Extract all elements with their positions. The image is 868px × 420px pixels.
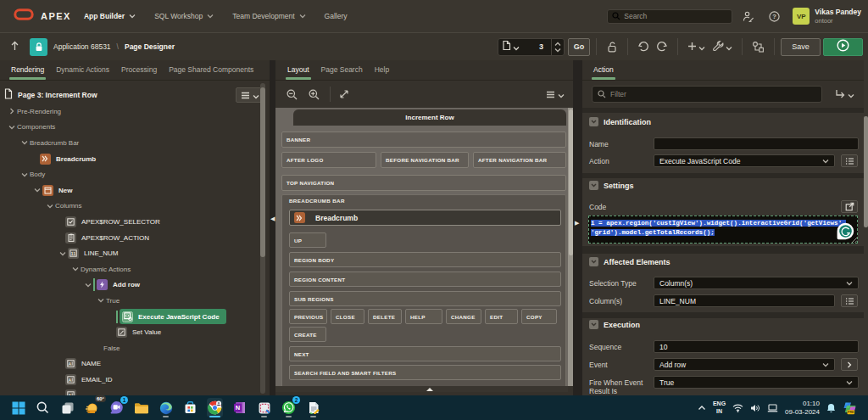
chevron-down-icon[interactable] [31,188,42,193]
slot-close[interactable]: CLOSE [331,309,364,324]
right-scrollbar-track[interactable] [864,60,868,395]
chevron-down-icon[interactable] [82,283,93,288]
chevron-down-icon[interactable] [19,172,30,177]
tree-node-name[interactable]: ANAME [0,356,259,372]
tray-chevron-up-icon[interactable] [698,405,706,411]
slot-after-logo[interactable]: AFTER LOGO [281,152,376,168]
right-scrollbar-thumb[interactable] [864,116,868,227]
taskbar-chat-icon[interactable]: 1 [108,398,125,417]
tree-node-add-row[interactable]: Add row [0,277,259,294]
chevron-down-icon[interactable] [70,266,81,272]
application-lock-icon[interactable] [30,38,47,56]
tab-page-shared-components[interactable]: Page Shared Components [169,65,253,80]
pen-icon[interactable] [767,404,778,412]
columns-aux-button[interactable] [841,294,858,307]
tab-help[interactable]: Help [375,65,389,80]
nav-item-gallery[interactable]: Gallery [325,12,348,20]
breadcrumb-bar-region[interactable]: BREADCRUMB BAR Breadcrumb UP REGION BODY… [281,194,566,386]
taskbar-whatsapp-icon[interactable]: 2 [281,398,297,417]
chevron-down-icon[interactable] [57,251,68,256]
property-filter[interactable] [592,86,822,103]
selection_type-select[interactable]: Column(s) [654,277,859,289]
taskbar-chrome-icon[interactable] [207,398,223,417]
collapse-section-icon[interactable] [589,257,598,266]
language-indicator[interactable]: ENGIN [713,400,726,415]
tab-layout[interactable]: Layout [287,65,309,80]
collapse-right-icon[interactable]: ▶ [575,220,579,227]
slot-up[interactable]: UP [289,232,326,248]
action-select[interactable]: Execute JavaScript Code [654,154,835,167]
columns-input[interactable]: LINE_NUM [654,294,835,307]
tree-node-dynamic-actions[interactable]: Dynamic Actions [0,261,259,277]
section-header-identification[interactable]: Identification [589,117,651,126]
right-splitter[interactable]: ▶ [573,60,582,395]
tree-node-execute-javascript-code[interactable]: Execute JavaScript Code [0,309,259,325]
volume-icon[interactable] [750,404,760,412]
slot-next[interactable]: NEXT [289,346,561,361]
page-number-input[interactable]: 3 [539,42,548,51]
slot-region-content[interactable]: REGION CONTENT [289,272,561,287]
copilot-icon[interactable]: PRE [843,401,857,415]
redo-icon[interactable] [653,42,671,53]
code-editor[interactable]: i = apex.region('custIgView').widget().i… [588,216,858,244]
go-to-group-button[interactable] [835,87,854,102]
tab-dynamic-actions[interactable]: Dynamic Actions [56,65,109,80]
chevron-down-icon[interactable] [44,204,55,209]
avatar[interactable]: VP [793,8,810,25]
tree-node-new[interactable]: New [0,182,259,199]
undo-icon[interactable] [634,42,653,53]
nav-item-app-builder[interactable]: App Builder [84,12,136,20]
tree-node-apex$row_selector[interactable]: APEX$ROW_SELECTOR [0,214,259,230]
action-aux-button[interactable] [841,154,858,167]
chevron-down-icon[interactable] [6,125,17,130]
taskbar-snip-icon[interactable] [256,398,272,417]
code-open-dialog-button[interactable] [841,200,858,213]
tree-node-breadcrumb-bar[interactable]: Breadcrumb Bar [0,135,259,151]
tab-action[interactable]: Action [593,65,614,80]
shared-components-icon[interactable] [748,41,768,53]
tree-node-false[interactable]: False [0,340,259,356]
page-selector[interactable]: 3 [498,38,565,56]
up-arrow-icon[interactable] [10,39,19,54]
slot-create[interactable]: CREATE [289,327,326,342]
tree-node-line_num[interactable]: 11LINE_NUM [0,245,259,261]
taskbar-start-icon[interactable] [10,398,26,417]
tree-node-breadcrumb[interactable]: Breadcrumb [0,151,259,167]
search-input[interactable] [624,12,717,20]
utilities-menu-button[interactable] [709,39,736,54]
tree-node-columns[interactable]: Columns [0,199,259,215]
unlock-icon[interactable] [603,42,621,53]
slot-sub-regions[interactable]: SUB REGIONS [289,291,561,306]
taskbar-weather-icon[interactable]: 60° [84,398,100,417]
resize-handle-icon[interactable] [851,237,858,244]
expand-icon[interactable] [339,89,349,99]
slot-top-navigation[interactable]: TOP NAVIGATION [281,175,566,191]
zoom-in-icon[interactable] [309,89,320,100]
taskbar-taskview-icon[interactable] [59,398,75,417]
tab-rendering[interactable]: Rendering [11,65,44,80]
taskbar-search-icon[interactable] [35,398,51,417]
nav-item-team-development[interactable]: Team Development [232,12,305,20]
page-number-stepper[interactable] [551,39,564,55]
tree-node-body[interactable]: Body [0,166,259,182]
slot-change[interactable]: CHANGE [446,309,481,324]
collapse-section-icon[interactable] [589,117,598,126]
chevron-right-icon[interactable] [6,108,17,115]
wifi-icon[interactable] [732,404,743,412]
save-button[interactable]: Save [781,38,821,56]
header-search[interactable] [607,9,732,24]
tab-page-search[interactable]: Page Search [321,65,363,80]
tree-node-email_id[interactable]: AEMAIL_ID [0,372,259,388]
tree-node-true[interactable]: True [0,293,259,309]
tree-node-partial[interactable]: A [0,388,259,395]
chevron-down-icon[interactable] [95,298,106,303]
left-scrollbar-thumb[interactable] [260,87,265,257]
slot-before-navigation-bar[interactable]: BEFORE NAVIGATION BAR [381,152,469,168]
taskbar-store-icon[interactable] [182,398,198,417]
fire_when-select[interactable]: True [654,376,859,389]
run-button[interactable] [823,38,863,56]
name-input[interactable] [654,137,859,150]
slot-edit[interactable]: EDIT [485,309,518,324]
canvas-breadcrumb-item[interactable]: Breadcrumb [289,210,561,226]
stepper-up-icon[interactable] [554,42,561,47]
